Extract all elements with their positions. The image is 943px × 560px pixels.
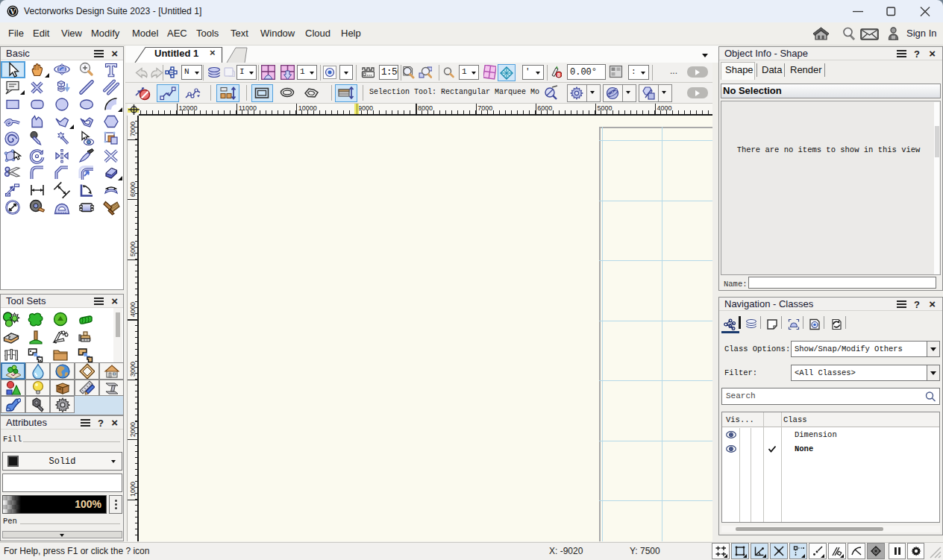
svg-text:V: V [10, 7, 16, 16]
svg-text:8: 8 [557, 72, 560, 78]
